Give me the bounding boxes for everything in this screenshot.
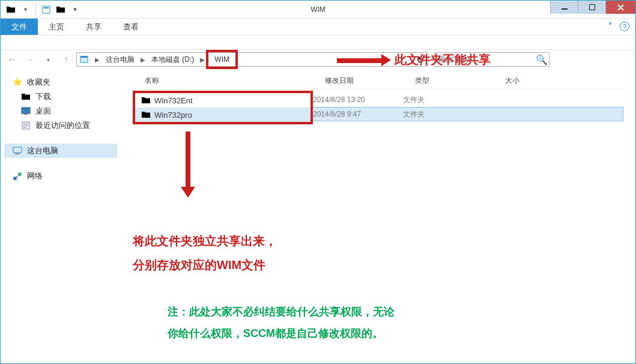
chevron-right-icon[interactable]: ▶	[199, 56, 206, 63]
nav-row: ← → ▾ ↑ ▶ 这台电脑 ▶ 本地磁盘 (D:) ▶ WIM ↻ 🔍	[1, 50, 635, 69]
downloads-icon	[21, 92, 31, 102]
sidebar-item-label: 这台电脑	[27, 145, 58, 156]
sidebar-item-label: 网络	[27, 171, 43, 181]
svg-rect-10	[15, 153, 20, 154]
search-icon[interactable]: 🔍	[535, 54, 549, 65]
sidebar-item-recent[interactable]: 最近访问的位置	[4, 118, 117, 133]
annotation-text: 将此文件夹独立共享出来，	[133, 229, 277, 253]
column-header-date[interactable]: 修改日期	[325, 76, 415, 86]
qat-dropdown-icon[interactable]: ▾	[19, 3, 32, 16]
sidebar-item-desktop[interactable]: 桌面	[4, 104, 117, 118]
annotation-text: 你给什么权限，SCCM都是自己修改权限的。	[168, 323, 395, 344]
annotation-text: 此文件夹不能共享	[395, 52, 491, 68]
sidebar: ⭐ 收藏夹 下载 桌面 最近访问的位置 这台电脑	[1, 69, 121, 363]
annotation-text: 分别存放对应的WIM文件	[133, 253, 277, 277]
network-icon	[13, 171, 22, 181]
computer-icon	[13, 146, 22, 156]
column-header-type[interactable]: 类型	[415, 76, 505, 86]
svg-rect-7	[24, 114, 28, 115]
recent-dropdown-icon[interactable]: ▾	[40, 52, 56, 67]
sidebar-item-label: 下载	[35, 91, 51, 102]
folder-app-icon	[4, 3, 17, 16]
file-row[interactable]: Win732pro	[135, 108, 310, 122]
qat-more-icon[interactable]: ▼	[68, 3, 82, 16]
sidebar-item-label: 桌面	[35, 106, 51, 117]
back-button[interactable]: ←	[4, 52, 20, 67]
svg-rect-5	[80, 56, 88, 58]
ribbon-file-tab[interactable]: 文件	[1, 19, 38, 35]
annotation-note-permissions: 注：此处大家不必纠结要给什么共享权限，无论 你给什么权限，SCCM都是自己修改权…	[168, 301, 395, 344]
column-header-size[interactable]: 大小	[505, 76, 565, 86]
annotation-highlight-wim: WIM	[206, 50, 238, 69]
sidebar-item-label: 最近访问的位置	[35, 120, 90, 131]
file-type: 文件夹	[403, 109, 493, 120]
column-header-name[interactable]: 名称	[133, 76, 325, 86]
ribbon-expand-icon[interactable]: ˅	[601, 19, 620, 35]
ribbon: 文件 主页 共享 查看 ˅ ?	[1, 19, 635, 35]
recent-icon	[21, 121, 31, 130]
breadcrumb-drive[interactable]: 本地磁盘 (D:)	[147, 53, 199, 66]
sidebar-network[interactable]: 网络	[4, 169, 117, 183]
file-row[interactable]: Win732Ent	[135, 93, 310, 108]
sidebar-computer[interactable]: 这台电脑	[4, 144, 117, 158]
chevron-right-icon[interactable]: ▶	[94, 56, 101, 63]
close-button[interactable]	[605, 1, 635, 14]
file-name: Win732pro	[154, 111, 192, 120]
new-folder-icon[interactable]	[54, 3, 67, 16]
folder-icon	[141, 110, 151, 120]
arrow-down-icon	[181, 132, 195, 198]
up-button[interactable]: ↑	[58, 52, 74, 67]
sidebar-label: 收藏夹	[27, 77, 50, 88]
minimize-button[interactable]	[550, 1, 578, 14]
svg-rect-6	[22, 108, 30, 114]
svg-rect-1	[44, 7, 49, 8]
ribbon-tab-home[interactable]: 主页	[38, 19, 75, 35]
file-date: 2014/8/28 9:47	[313, 110, 403, 118]
star-icon: ⭐	[13, 77, 22, 87]
file-name: Win732Ent	[154, 96, 193, 105]
help-icon[interactable]: ?	[620, 22, 629, 31]
svg-rect-3	[589, 4, 595, 10]
svg-rect-2	[562, 8, 568, 10]
svg-rect-4	[80, 57, 88, 62]
sidebar-item-downloads[interactable]: 下载	[4, 89, 117, 104]
desktop-icon	[21, 106, 31, 116]
breadcrumb-wim[interactable]: WIM	[210, 52, 234, 67]
file-date: 2014/8/28 13:20	[313, 96, 403, 104]
annotation-highlight-files: Win732Ent Win732pro	[133, 91, 313, 124]
folder-icon	[141, 96, 151, 105]
ribbon-tab-view[interactable]: 查看	[112, 19, 150, 35]
forward-button[interactable]: →	[22, 52, 38, 67]
titlebar: ▾ ▼ WIM	[1, 1, 635, 19]
svg-rect-0	[43, 6, 50, 13]
annotation-cannot-share: 此文件夹不能共享	[337, 52, 491, 68]
file-type: 文件夹	[403, 95, 493, 105]
window-title: WIM	[1, 5, 635, 14]
properties-icon[interactable]	[40, 3, 53, 16]
breadcrumb-computer[interactable]: 这台电脑	[101, 53, 139, 66]
ribbon-tab-share[interactable]: 共享	[75, 19, 112, 35]
annotation-text: 注：此处大家不必纠结要给什么共享权限，无论	[168, 301, 395, 323]
sidebar-favorites[interactable]: ⭐ 收藏夹	[4, 75, 117, 89]
svg-rect-9	[13, 147, 22, 153]
chevron-right-icon[interactable]: ▶	[139, 56, 147, 63]
annotation-share-folders: 将此文件夹独立共享出来， 分别存放对应的WIM文件	[133, 229, 277, 277]
arrow-right-icon	[337, 56, 391, 64]
maximize-button[interactable]	[578, 1, 605, 14]
